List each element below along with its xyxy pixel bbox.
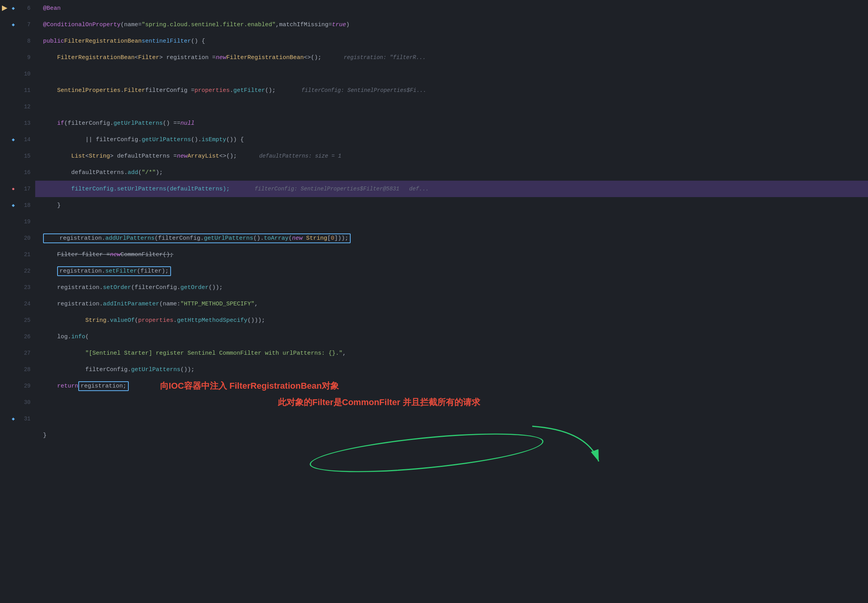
line-num-13: 13 bbox=[19, 120, 31, 126]
bookmark-icon-6: ◆ bbox=[10, 5, 16, 11]
str-wildcard-16: "/*" bbox=[142, 169, 156, 176]
line-num-28: 28 bbox=[19, 366, 31, 373]
code-line-12 bbox=[35, 99, 868, 115]
cls-filter-9: Filter bbox=[138, 54, 159, 61]
fn-sentinelfilter: sentinelFilter bbox=[142, 38, 191, 45]
gutter-row-29: 29 bbox=[0, 378, 32, 394]
fn-info-26: info bbox=[71, 334, 85, 340]
annotation-conditional: @ConditionalOnProperty bbox=[43, 22, 121, 28]
fn-valueof-25: valueOf bbox=[110, 317, 135, 324]
code-line-31: } bbox=[35, 427, 868, 443]
gutter-row-14: ◆ 14 bbox=[0, 131, 32, 148]
line-num-17: 17 bbox=[19, 186, 31, 192]
breakpoint-icon-17[interactable]: ● bbox=[10, 186, 16, 192]
code-line-21: Filter filter = new CommonFilter(); bbox=[35, 246, 868, 263]
gutter-row-26: 26 bbox=[0, 328, 32, 345]
line-num-21: 21 bbox=[19, 251, 31, 258]
var-properties-11: properties bbox=[194, 87, 230, 94]
line-num-20: 20 bbox=[19, 235, 31, 241]
svg-marker-0 bbox=[2, 5, 7, 11]
fn-getorder-23: getOrder bbox=[180, 284, 209, 291]
line-num-19: 19 bbox=[19, 219, 31, 225]
cls-sentinel-props-11: SentinelProperties bbox=[57, 87, 121, 94]
gutter-row-22: 22 bbox=[0, 263, 32, 279]
fn-isempty-14: isEmpty bbox=[202, 136, 226, 143]
param-name-24: name bbox=[163, 301, 177, 307]
code-line-16: defaultPatterns.add("/*"); bbox=[35, 164, 868, 181]
kw-new-9: new bbox=[216, 54, 226, 61]
code-line-27: "[Sentinel Starter] register Sentinel Co… bbox=[35, 345, 868, 361]
cls-filterreg-9: FilterRegistrationBean bbox=[57, 54, 135, 61]
gutter-row-31: ◆ 31 bbox=[0, 411, 32, 427]
line-num-6: 6 bbox=[19, 5, 31, 11]
code-line-25: String.valueOf(properties.getHttpMethodS… bbox=[35, 312, 868, 328]
var-properties-25: properties bbox=[138, 317, 173, 324]
gutter-row-6: ◆ 6 bbox=[0, 0, 32, 16]
code-line-14: || filterConfig.getUrlPatterns().isEmpty… bbox=[35, 131, 868, 148]
fn-geturlpatterns-14: getUrlPatterns bbox=[142, 136, 191, 143]
debug-val-9: registration: "filterR... bbox=[344, 54, 426, 61]
line-num-14: 14 bbox=[19, 136, 31, 143]
line-num-31: 31 bbox=[19, 416, 31, 422]
line-num-27: 27 bbox=[19, 350, 31, 356]
code-17-content: filterConfig. bbox=[71, 186, 117, 192]
fn-geturlpatterns-20: getUrlPatterns bbox=[204, 235, 253, 242]
line-num-23: 23 bbox=[19, 284, 31, 291]
line-num-7: 7 bbox=[19, 22, 31, 28]
gutter-row-16: 16 bbox=[0, 164, 32, 181]
debug-val-17: filterConfig: SentinelProperties$Filter@… bbox=[241, 186, 429, 192]
code-line-10 bbox=[35, 66, 868, 82]
kw-if-13: if bbox=[57, 120, 64, 127]
kw-public-8: public bbox=[43, 38, 64, 45]
line-num-30: 30 bbox=[19, 399, 31, 406]
fn-gethttpmethodspecify-25: getHttpMethodSpecify bbox=[177, 317, 247, 324]
code-line-8: public FilterRegistrationBean sentinelFi… bbox=[35, 33, 868, 49]
gutter-row-27: 27 bbox=[0, 345, 32, 361]
cls-arraylist-15: ArrayList bbox=[187, 153, 219, 160]
code-content: ◆ 6 ◆ 7 8 9 10 11 bbox=[0, 0, 868, 603]
paren-open-7: ( bbox=[121, 22, 124, 28]
kw-true-7: true bbox=[332, 22, 346, 28]
bookmark-icon-18: ◆ bbox=[10, 202, 16, 208]
param-name-7: name bbox=[124, 22, 138, 28]
cls-string-25: String bbox=[85, 317, 106, 324]
outline-box-line20: registration.addUrlPatterns(filterConfig… bbox=[43, 233, 351, 243]
line-number-gutter: ◆ 6 ◆ 7 8 9 10 11 bbox=[0, 0, 35, 603]
line-num-26: 26 bbox=[19, 334, 31, 340]
num-0-20: 0 bbox=[331, 235, 334, 242]
code-line-22: registration.setFilter(filter); bbox=[35, 263, 868, 279]
bookmark-icon-14: ◆ bbox=[10, 136, 16, 143]
str-sentinel-log-27: "[Sentinel Starter] register Sentinel Co… bbox=[85, 350, 342, 357]
code-line-9: FilterRegistrationBean<Filter> registrat… bbox=[35, 49, 868, 66]
code-line-19 bbox=[35, 214, 868, 230]
gutter-row-13: 13 bbox=[0, 115, 32, 131]
gutter-row-24: 24 bbox=[0, 296, 32, 312]
cls-list-15: List bbox=[71, 153, 85, 160]
line-num-24: 24 bbox=[19, 301, 31, 307]
line-num-18: 18 bbox=[19, 202, 31, 208]
cls-filterreg-new-9: FilterRegistrationBean bbox=[226, 54, 304, 61]
fn-setfilter-22: setFilter bbox=[105, 268, 137, 275]
code-line-29: return registration; 向IOC容器中注入 FilterReg… bbox=[35, 378, 868, 394]
fn-setorder-23: setOrder bbox=[103, 284, 131, 291]
fn-geturlpatterns-13: getUrlPatterns bbox=[113, 120, 163, 127]
gutter-row-7: ◆ 7 bbox=[0, 16, 32, 33]
code-line-11: SentinelProperties.Filter filterConfig =… bbox=[35, 82, 868, 99]
code-line-28: filterConfig.getUrlPatterns()); bbox=[35, 361, 868, 378]
red-annotation-line2: 此对象的Filter是CommonFilter 并且拦截所有的请求 bbox=[278, 397, 480, 408]
fn-toarray-20: toArray bbox=[264, 235, 288, 242]
gutter-row-17: ● 17 bbox=[0, 181, 32, 197]
line-num-11: 11 bbox=[19, 87, 31, 93]
code-line-15: List<String> defaultPatterns = new Array… bbox=[35, 148, 868, 164]
line-num-10: 10 bbox=[19, 71, 31, 77]
cls-string-15: String bbox=[89, 153, 110, 160]
line-num-15: 15 bbox=[19, 153, 31, 159]
code-lines-area: @Bean @ConditionalOnProperty(name = "spr… bbox=[35, 0, 868, 603]
line-num-22: 22 bbox=[19, 268, 31, 274]
bookmark-icon-31: ◆ bbox=[10, 416, 16, 422]
code-line-26: log.info( bbox=[35, 328, 868, 345]
annotation-line-2-row: 此对象的Filter是CommonFilter 并且拦截所有的请求 bbox=[35, 394, 868, 411]
cls-filter-11: Filter bbox=[124, 87, 145, 94]
gutter-row-18: ◆ 18 bbox=[0, 197, 32, 214]
fn-geturlpatterns-28: getUrlPatterns bbox=[131, 366, 180, 373]
